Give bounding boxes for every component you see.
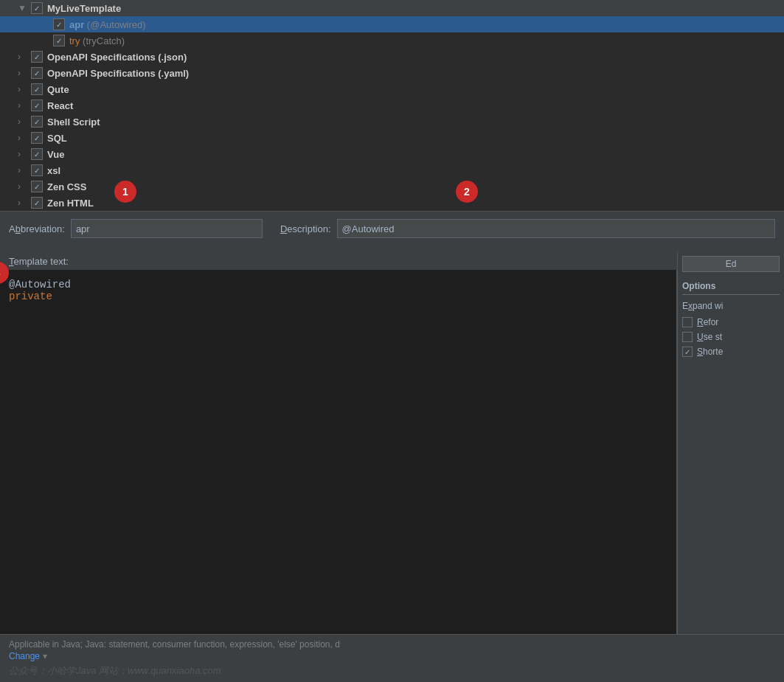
tree-group-react[interactable]: › ✓ React xyxy=(0,97,784,114)
change-link[interactable]: Change xyxy=(9,651,40,661)
tree-item-apr[interactable]: ✓ apr (@Autowired) xyxy=(0,16,784,32)
abbreviation-label: Abbreviation: xyxy=(9,223,65,234)
form-section: 1 2 Abbreviation: apr Description: @Auto… xyxy=(0,211,784,251)
sql-label: SQL xyxy=(47,133,67,144)
option-row-shorten: ✓ Shorte xyxy=(682,347,780,357)
template-left: Template text: @Autowired private xyxy=(0,251,677,634)
chevron-icon: › xyxy=(18,198,30,208)
chevron-icon: ▼ xyxy=(18,3,30,13)
openapi-yaml-checkbox[interactable]: ✓ xyxy=(31,67,43,79)
shorten-checkbox[interactable]: ✓ xyxy=(682,347,693,357)
mylivewtemplate-checkbox[interactable]: ✓ xyxy=(31,2,43,14)
chevron-icon: › xyxy=(18,133,30,143)
tree-group-mylivewtemplate[interactable]: ▼ ✓ MyLiveTemplate xyxy=(0,0,784,16)
template-line-1: @Autowired xyxy=(9,279,667,290)
sql-checkbox[interactable]: ✓ xyxy=(31,132,43,144)
try-label: try (tryCatch) xyxy=(69,35,125,46)
use-static-checkbox[interactable] xyxy=(682,332,693,342)
try-annotation: (tryCatch) xyxy=(83,35,125,46)
shell-script-checkbox[interactable]: ✓ xyxy=(31,116,43,128)
reformat-checkbox[interactable] xyxy=(682,317,693,327)
applicable-section: Applicable in Java; Java: statement, con… xyxy=(0,634,784,682)
try-checkbox[interactable]: ✓ xyxy=(53,35,65,46)
step-badge-1: 1 xyxy=(114,181,136,203)
zen-css-checkbox[interactable]: ✓ xyxy=(31,181,43,192)
chevron-icon: › xyxy=(18,52,30,62)
options-title: Options xyxy=(682,281,780,295)
shorten-label: Shorte xyxy=(697,347,723,357)
edit-button[interactable]: Ed xyxy=(682,256,780,272)
tree-item-try[interactable]: ✓ try (tryCatch) xyxy=(0,32,784,49)
try-name: try xyxy=(69,35,80,46)
expand-with-label: Expand wi xyxy=(682,301,780,311)
tree-group-vue[interactable]: › ✓ Vue xyxy=(0,146,784,162)
tree-group-openapi-json[interactable]: › ✓ OpenAPI Specifications (.json) xyxy=(0,49,784,65)
option-row-use-static: Use st xyxy=(682,332,780,342)
openapi-yaml-label: OpenAPI Specifications (.yaml) xyxy=(47,68,189,79)
main-container: ▼ ✓ MyLiveTemplate ✓ apr (@Autowired) ✓ … xyxy=(0,0,784,682)
chevron-icon: › xyxy=(18,116,30,127)
chevron-icon: › xyxy=(18,84,30,94)
apr-checkbox[interactable]: ✓ xyxy=(53,18,65,30)
step-badge-2: 2 xyxy=(456,181,478,203)
dropdown-icon[interactable]: ▾ xyxy=(43,651,47,661)
apr-annotation: (@Autowired) xyxy=(87,19,146,30)
reformat-label: Refor xyxy=(697,317,718,327)
apr-label: apr (@Autowired) xyxy=(69,19,146,30)
react-label: React xyxy=(47,100,73,111)
openapi-json-label: OpenAPI Specifications (.json) xyxy=(47,52,187,63)
qute-label: Qute xyxy=(47,84,69,95)
tree-section: ▼ ✓ MyLiveTemplate ✓ apr (@Autowired) ✓ … xyxy=(0,0,784,211)
options-group: Options Expand wi Refor Use st xyxy=(682,281,780,361)
xsl-label: xsl xyxy=(47,165,60,176)
template-editor[interactable]: @Autowired private xyxy=(0,270,677,634)
watermark: 公众号：小哈学Java 网站：www.quanxiaoha.com xyxy=(9,664,775,678)
mylivewtemplate-label: MyLiveTemplate xyxy=(47,3,121,14)
react-checkbox[interactable]: ✓ xyxy=(31,100,43,111)
zen-css-label: Zen CSS xyxy=(47,181,86,192)
tree-group-openapi-yaml[interactable]: › ✓ OpenAPI Specifications (.yaml) xyxy=(0,65,784,81)
tree-group-qute[interactable]: › ✓ Qute xyxy=(0,81,784,97)
abbreviation-row: Abbreviation: apr Description: @Autowire… xyxy=(9,219,775,238)
shell-script-label: Shell Script xyxy=(47,116,100,128)
applicable-text: Applicable in Java; Java: statement, con… xyxy=(9,639,775,650)
applicable-change-row: Change ▾ xyxy=(9,651,775,661)
tree-group-sql[interactable]: › ✓ SQL xyxy=(0,130,784,146)
description-label: Description: xyxy=(280,223,331,234)
chevron-icon: › xyxy=(18,68,30,78)
tree-group-xsl[interactable]: › ✓ xsl xyxy=(0,162,784,178)
vue-checkbox[interactable]: ✓ xyxy=(31,148,43,160)
abbreviation-input[interactable]: apr xyxy=(71,219,263,238)
chevron-icon: › xyxy=(18,149,30,159)
template-section: 3 Template text: @Autowired private Ed O… xyxy=(0,251,784,634)
template-label: Template text: xyxy=(0,251,677,270)
chevron-icon: › xyxy=(18,100,30,111)
openapi-json-checkbox[interactable]: ✓ xyxy=(31,51,43,63)
zen-html-checkbox[interactable]: ✓ xyxy=(31,197,43,209)
chevron-icon: › xyxy=(18,181,30,192)
description-input[interactable]: @Autowired xyxy=(337,219,775,238)
option-row-reformat: Refor xyxy=(682,317,780,327)
applicable-content: Applicable in Java; Java: statement, con… xyxy=(9,639,340,650)
chevron-icon: › xyxy=(18,165,30,175)
zen-html-label: Zen HTML xyxy=(47,198,94,209)
qute-checkbox[interactable]: ✓ xyxy=(31,83,43,95)
xsl-checkbox[interactable]: ✓ xyxy=(31,164,43,176)
apr-name: apr xyxy=(69,19,84,30)
vue-label: Vue xyxy=(47,149,64,160)
template-line-2: private xyxy=(9,290,667,302)
use-static-label: Use st xyxy=(697,332,722,342)
tree-group-shell-script[interactable]: › ✓ Shell Script xyxy=(0,114,784,130)
template-right: Ed Options Expand wi Refor Use st xyxy=(677,251,784,634)
